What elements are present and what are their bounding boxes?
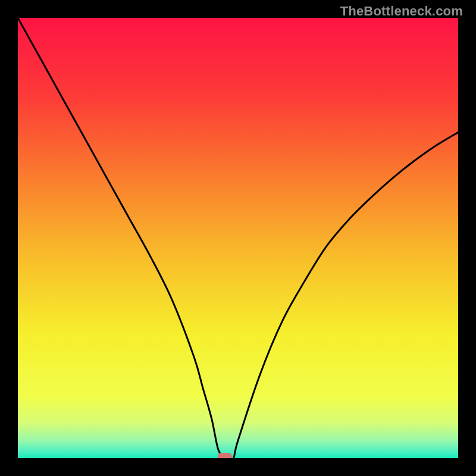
watermark-text: TheBottleneck.com [340,4,463,19]
chart-frame: TheBottleneck.com [0,0,476,476]
optimal-point-marker [218,453,232,458]
gradient-background [18,18,458,458]
chart-svg [18,18,458,458]
plot-area [18,18,458,458]
